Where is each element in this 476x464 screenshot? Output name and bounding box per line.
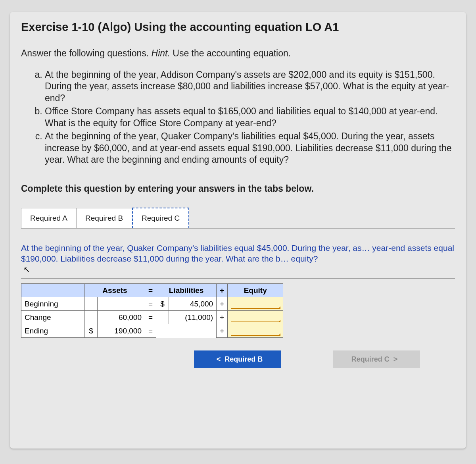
question-list: At the beginning of the year, Addison Co… xyxy=(21,69,455,166)
ending-plus: + xyxy=(217,324,228,338)
chevron-right-icon: > xyxy=(393,355,398,364)
prev-tab-label: Required B xyxy=(225,355,263,364)
exercise-title: Exercise 1-10 (Algo) Using the accountin… xyxy=(21,21,455,34)
hint-text: Use the accounting equation. xyxy=(170,48,291,58)
prev-tab-button[interactable]: < Required B xyxy=(194,350,281,368)
beginning-assets-input[interactable] xyxy=(98,297,145,311)
row-beginning: Beginning = $ 45,000 + xyxy=(21,297,283,311)
change-liab-value[interactable]: (11,000) xyxy=(169,311,217,324)
prompt-text: Answer the following questions. xyxy=(21,48,152,58)
ending-liab-input[interactable] xyxy=(169,324,217,338)
header-liabilities: Liabilities xyxy=(156,284,217,297)
ending-liab-currency[interactable] xyxy=(156,324,169,338)
header-plus: + xyxy=(217,284,228,297)
next-tab-label: Required C xyxy=(351,355,390,364)
row-ending: Ending $ 190,000 = + xyxy=(21,324,283,338)
hint-label: Hint. xyxy=(152,48,170,58)
tab-panel-required-c: At the beginning of the year, Quaker Com… xyxy=(21,228,455,368)
beginning-equity-input[interactable] xyxy=(228,297,283,311)
change-equity-input[interactable] xyxy=(228,311,283,324)
header-blank xyxy=(21,284,85,297)
change-assets-value[interactable]: 60,000 xyxy=(98,311,145,324)
change-plus: + xyxy=(217,311,228,324)
row-change: Change 60,000 = (11,000) + xyxy=(21,311,283,324)
header-equals: = xyxy=(145,284,156,297)
beginning-equals: = xyxy=(145,297,156,311)
tab-required-a[interactable]: Required A xyxy=(21,208,77,228)
next-tab-button: Required C > xyxy=(333,350,420,368)
label-ending: Ending xyxy=(21,324,85,338)
change-equals: = xyxy=(145,311,156,324)
tab-required-b[interactable]: Required B xyxy=(77,208,132,228)
ending-equals: = xyxy=(145,324,156,338)
tab-strip: Required A Required B Required C xyxy=(21,208,455,228)
tab-c-description: At the beginning of the year, Quaker Com… xyxy=(21,233,455,279)
exercise-prompt: Answer the following questions. Hint. Us… xyxy=(21,48,455,59)
accounting-equation-table: Assets = Liabilities + Equity Beginning … xyxy=(21,283,283,338)
exercise-sheet: Exercise 1-10 (Algo) Using the accountin… xyxy=(10,12,466,449)
tab-required-c[interactable]: Required C xyxy=(132,208,189,228)
cursor-icon: ↖ xyxy=(23,265,30,275)
ending-assets-value[interactable]: 190,000 xyxy=(98,324,145,338)
header-equity: Equity xyxy=(228,284,283,297)
change-assets-currency xyxy=(85,311,98,324)
ending-assets-currency: $ xyxy=(85,324,98,338)
tab-instruction: Complete this question by entering your … xyxy=(21,183,455,194)
question-b: Office Store Company has assets equal to… xyxy=(45,106,455,129)
beginning-assets-currency[interactable] xyxy=(85,297,98,311)
beginning-liab-currency: $ xyxy=(156,297,169,311)
ending-equity-input[interactable] xyxy=(228,324,283,338)
change-liab-currency xyxy=(156,311,169,324)
chevron-left-icon: < xyxy=(217,355,221,364)
beginning-liab-value[interactable]: 45,000 xyxy=(169,297,217,311)
label-beginning: Beginning xyxy=(21,297,85,311)
tab-c-description-text: At the beginning of the year, Quaker Com… xyxy=(21,243,454,263)
question-c: At the beginning of the year, Quaker Com… xyxy=(45,131,455,166)
beginning-plus: + xyxy=(217,297,228,311)
tab-nav: < Required B Required C > xyxy=(194,350,455,368)
question-a: At the beginning of the year, Addison Co… xyxy=(45,69,455,104)
label-change: Change xyxy=(21,311,85,324)
header-assets: Assets xyxy=(85,284,145,297)
